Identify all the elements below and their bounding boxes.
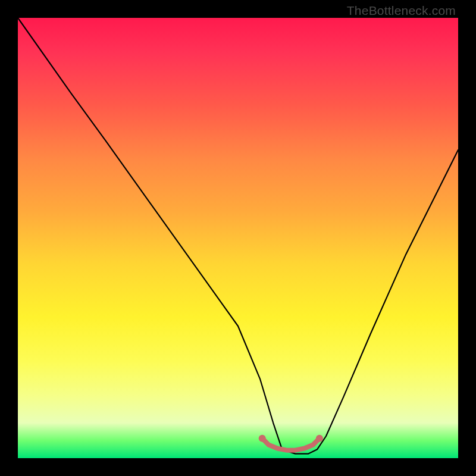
chart-plot-area — [18, 18, 458, 458]
series-bottleneck-curve — [18, 18, 458, 454]
series-group — [18, 18, 458, 454]
marker-endpoint — [316, 435, 323, 442]
marker-endpoint — [259, 435, 266, 442]
chart-svg — [18, 18, 458, 458]
series-optimal-zone-marker — [262, 439, 320, 450]
watermark-label: TheBottleneck.com — [347, 4, 456, 18]
